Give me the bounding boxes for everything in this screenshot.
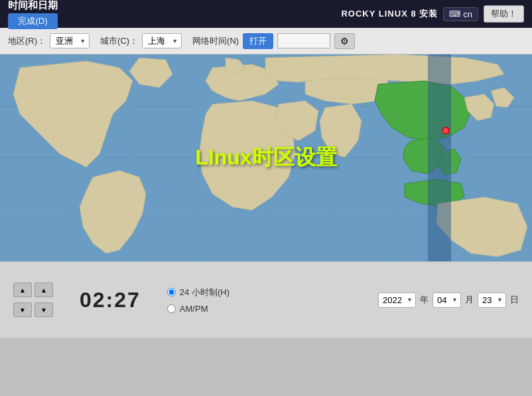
map-container[interactable]: LInux时区设置	[0, 54, 532, 261]
toolbar: 地区(R)： 亚洲 城市(C)： 上海 网络时间(N) 打开 ⚙	[0, 28, 532, 54]
month-unit: 月	[465, 294, 474, 306]
year-select-wrapper[interactable]: 2022 2023	[378, 293, 416, 308]
format-24h-label[interactable]: 24 小时制(H)	[167, 287, 230, 298]
region-select-wrapper[interactable]: 亚洲	[50, 33, 90, 48]
installer-label: ROCKY LINUX 8 安装	[341, 8, 438, 20]
city-label: 城市(C)：	[100, 35, 138, 47]
gear-button[interactable]: ⚙	[334, 33, 355, 49]
day-select-wrapper[interactable]: 23	[478, 293, 506, 308]
svg-rect-11	[428, 54, 451, 261]
down-arrow-icon2: ▼	[40, 306, 47, 314]
month-select-wrapper[interactable]: 04	[432, 293, 461, 308]
up-arrow-icon2: ▲	[40, 287, 47, 294]
city-select-wrapper[interactable]: 上海	[142, 33, 182, 48]
month-select[interactable]: 04	[432, 293, 461, 308]
network-time-group: 网络时间(N) 打开 ⚙	[192, 33, 355, 49]
city-select[interactable]: 上海	[142, 33, 182, 48]
network-server-input[interactable]	[277, 33, 330, 48]
bottom-panel: ▲ ▼ ▲ ▼ 02:27 24 小时制(H) AM/PM	[0, 261, 532, 338]
done-button[interactable]: 完成(D)	[8, 13, 58, 29]
region-select[interactable]: 亚洲	[50, 33, 90, 48]
year-select[interactable]: 2022 2023	[378, 293, 416, 308]
page-title: 时间和日期	[8, 0, 58, 12]
minute-up-button[interactable]: ▲	[34, 283, 53, 297]
hour-up-button[interactable]: ▲	[13, 283, 32, 297]
format-group: 24 小时制(H) AM/PM	[167, 287, 230, 314]
minute-down-button[interactable]: ▼	[34, 302, 53, 317]
world-map	[0, 54, 532, 261]
format-ampm-text: AM/PM	[180, 304, 208, 314]
network-time-label: 网络时间(N)	[192, 35, 239, 47]
header-left: 时间和日期 完成(D)	[8, 0, 58, 29]
keyboard-lang: cn	[463, 9, 472, 19]
hour-down-button[interactable]: ▼	[13, 302, 32, 317]
hour-col: ▲ ▼	[13, 283, 32, 317]
gear-icon: ⚙	[340, 36, 349, 46]
year-unit: 年	[420, 294, 429, 306]
svg-point-12	[442, 127, 449, 134]
format-ampm-label[interactable]: AM/PM	[167, 304, 230, 314]
date-controls: 2022 2023 年 04 月 23 日	[378, 293, 519, 308]
time-display: 02:27	[80, 288, 141, 312]
format-24h-radio[interactable]	[167, 288, 176, 297]
header-right: ROCKY LINUX 8 安装 ⌨ cn 帮助！	[341, 5, 524, 23]
format-24h-text: 24 小时制(H)	[180, 287, 230, 298]
minute-col: ▲ ▼	[34, 283, 53, 317]
region-label: 地区(R)：	[8, 35, 46, 47]
day-unit: 日	[510, 294, 519, 306]
up-arrow-icon: ▲	[19, 287, 26, 294]
header: 时间和日期 完成(D) ROCKY LINUX 8 安装 ⌨ cn 帮助！	[0, 0, 532, 28]
keyboard-icon: ⌨	[449, 9, 460, 19]
time-controls: ▲ ▼ ▲ ▼	[13, 283, 53, 317]
keyboard-input[interactable]: ⌨ cn	[443, 7, 478, 21]
region-group: 地区(R)： 亚洲	[8, 33, 90, 48]
down-arrow-icon: ▼	[19, 306, 26, 314]
format-ampm-radio[interactable]	[167, 304, 176, 313]
city-group: 城市(C)： 上海	[100, 33, 182, 48]
network-toggle-button[interactable]: 打开	[243, 33, 273, 49]
day-select[interactable]: 23	[478, 293, 506, 308]
help-button[interactable]: 帮助！	[484, 5, 524, 23]
